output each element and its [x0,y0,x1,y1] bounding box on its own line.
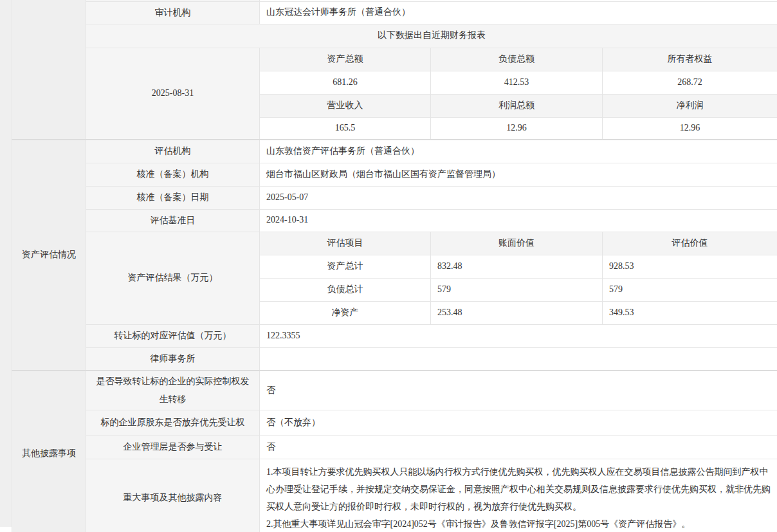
value-total-assets: 681.26 [260,71,431,94]
book-total-assets: 832.48 [431,255,603,278]
transfer-value-value: 122.3355 [260,324,777,347]
approval-date-value: 2025-05-07 [260,186,777,209]
major-matters-paragraph-1: 1.本项目转让方要求优先购买权人只能以场内行权方式行使优先购买权，优先购买权人应… [266,463,771,515]
financial-report-date: 2025-08-31 [86,48,260,140]
waive-preemptive-value: 否（不放弃） [260,410,777,436]
evaluation-result-header-row: 资产评估结果（万元） 评估项目 账面价值 评估价值 [12,232,777,255]
book-net-assets: 253.48 [431,301,603,324]
law-firm-label: 律师事务所 [86,347,260,371]
approval-date-row: 核准（备案）日期 2025-05-07 [12,186,777,209]
law-firm-value [260,347,777,371]
item-total-assets: 资产总计 [260,255,431,278]
value-total-liabilities: 412.53 [431,71,603,94]
header-total-profit: 利润总额 [431,94,603,117]
base-date-value: 2024-10-31 [260,209,777,232]
financial-note: 以下数据出自近期财务报表 [86,24,777,48]
value-net-profit: 12.96 [603,117,777,140]
financial-header-row-1: 2025-08-31 资产总额 负债总额 所有者权益 [12,48,777,71]
disclosure-table: 审计机构 山东冠达会计师事务所（普通合伙） 以下数据出自近期财务报表 2025-… [12,0,777,532]
assessed-total-liabilities: 579 [603,278,777,301]
base-date-label: 评估基准日 [86,209,260,232]
waive-preemptive-label: 标的企业原股东是否放弃优先受让权 [86,410,260,436]
law-firm-row: 律师事务所 [12,347,777,371]
header-assessed-value: 评估价值 [603,232,777,255]
section-evaluation-label: 资产评估情况 [12,140,86,371]
header-book-value: 账面价值 [431,232,603,255]
header-owners-equity: 所有者权益 [603,48,777,71]
management-participation-value: 否 [260,436,777,459]
management-participation-label: 企业管理层是否参与受让 [86,436,260,459]
value-operating-revenue: 165.5 [260,117,431,140]
header-operating-revenue: 营业收入 [260,94,431,117]
base-date-row: 评估基准日 2024-10-31 [12,209,777,232]
disclosure-page: 审计机构 山东冠达会计师事务所（普通合伙） 以下数据出自近期财务报表 2025-… [0,0,777,532]
header-evaluation-item: 评估项目 [260,232,431,255]
section-other-disclosure-label: 其他披露事项 [12,371,86,532]
section-finance-label-cell [12,0,86,140]
control-transfer-row: 其他披露事项 是否导致转让标的企业的实际控制权发生转移 否 [12,371,777,410]
evaluation-agency-label: 评估机构 [86,140,260,163]
control-transfer-label: 是否导致转让标的企业的实际控制权发生转移 [86,371,260,410]
header-net-profit: 净利润 [603,94,777,117]
major-matters-row: 重大事项及其他披露内容 1.本项目转让方要求优先购买权人只能以场内行权方式行使优… [12,459,777,532]
financial-note-row: 以下数据出自近期财务报表 [12,24,777,48]
approval-org-row: 核准（备案）机构 烟台市福山区财政局（烟台市福山区国有资产监督管理局） [12,163,777,186]
item-net-assets: 净资产 [260,301,431,324]
control-transfer-value: 否 [260,371,777,410]
book-total-liabilities: 579 [431,278,603,301]
major-matters-label: 重大事项及其他披露内容 [86,459,260,532]
value-total-profit: 12.96 [431,117,603,140]
assessed-net-assets: 349.53 [603,301,777,324]
audit-agency-row: 审计机构 山东冠达会计师事务所（普通合伙） [12,1,777,24]
assessed-total-assets: 928.53 [603,255,777,278]
header-total-assets: 资产总额 [260,48,431,71]
approval-org-label: 核准（备案）机构 [86,163,260,186]
transfer-value-row: 转让标的对应评估值（万元） 122.3355 [12,324,777,347]
evaluation-result-label: 资产评估结果（万元） [86,232,260,324]
major-matters-content: 1.本项目转让方要求优先购买权人只能以场内行权方式行使优先购买权，优先购买权人应… [260,459,777,532]
approval-date-label: 核准（备案）日期 [86,186,260,209]
audit-agency-label: 审计机构 [86,1,260,24]
management-participation-row: 企业管理层是否参与受让 否 [12,436,777,459]
left-gutter [0,0,12,527]
approval-org-value: 烟台市福山区财政局（烟台市福山区国有资产监督管理局） [260,163,777,186]
evaluation-agency-value: 山东敦信资产评估事务所（普通合伙） [260,140,777,163]
header-total-liabilities: 负债总额 [431,48,603,71]
value-owners-equity: 268.72 [603,71,777,94]
transfer-value-label: 转让标的对应评估值（万元） [86,324,260,347]
audit-agency-value: 山东冠达会计师事务所（普通合伙） [260,1,777,24]
major-matters-paragraph-2: 2.其他重大事项详见山冠会审字[2024]052号《审计报告》及鲁敦信评报字[2… [266,515,771,532]
evaluation-agency-row: 资产评估情况 评估机构 山东敦信资产评估事务所（普通合伙） [12,140,777,163]
item-total-liabilities: 负债总计 [260,278,431,301]
waive-preemptive-row: 标的企业原股东是否放弃优先受让权 否（不放弃） [12,410,777,436]
